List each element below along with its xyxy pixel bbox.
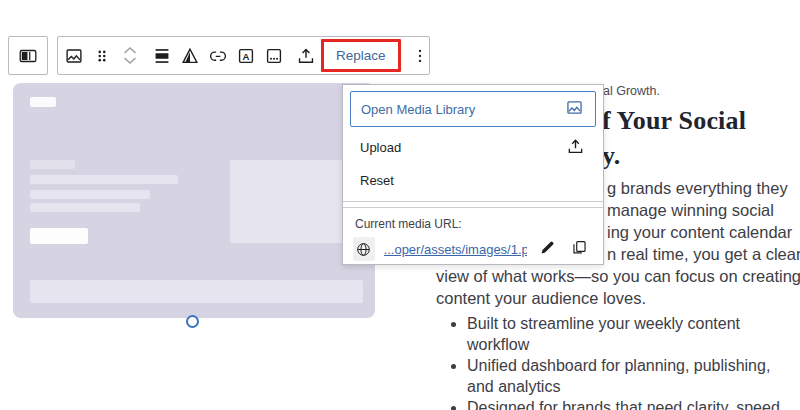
- annotation-highlight-box: Replace: [321, 39, 401, 72]
- replace-media-popover: Open Media Library Upload Reset Current …: [342, 84, 604, 265]
- image-block-button[interactable]: [60, 39, 88, 73]
- align-button[interactable]: [148, 39, 176, 73]
- paragraph-line-fragment[interactable]: ing your content calendar: [607, 223, 792, 242]
- upload-icon: [295, 45, 317, 67]
- bullet-item[interactable]: Designed for brands that need clarity, s…: [467, 397, 797, 410]
- svg-text:A: A: [243, 50, 250, 61]
- drag-handle-icon: [93, 47, 111, 65]
- skeleton-footer-bar: [30, 280, 363, 303]
- bullet-item[interactable]: Unified dashboard for planning, publishi…: [467, 355, 797, 397]
- image-block-placeholder[interactable]: [13, 83, 375, 318]
- skeleton-text-bar: [30, 175, 178, 184]
- image-block-icon: [63, 45, 85, 67]
- skeleton-button: [30, 228, 88, 244]
- open-media-library-label: Open Media Library: [361, 102, 475, 117]
- paragraph-line-fragment[interactable]: g brands everything they: [607, 179, 788, 198]
- move-up-down-buttons[interactable]: [116, 39, 144, 73]
- skeleton-label-bar: [30, 160, 75, 169]
- pencil-icon: [538, 238, 557, 260]
- heading-fragment[interactable]: f Your Social: [602, 106, 746, 136]
- reset-item-label: Reset: [360, 173, 394, 188]
- editor-canvas: A Replace: [0, 0, 800, 410]
- heading-fragment[interactable]: y.: [602, 141, 620, 171]
- replace-button[interactable]: Replace: [324, 42, 398, 69]
- open-media-library-item[interactable]: Open Media Library: [350, 91, 596, 127]
- media-url-link[interactable]: ...oper/assets/images/1.png: [384, 242, 527, 257]
- popover-divider: [343, 201, 603, 208]
- caption-button[interactable]: [260, 39, 288, 73]
- kicker-text-fragment[interactable]: al Growth.: [603, 84, 660, 98]
- upload-item[interactable]: Upload: [343, 131, 603, 164]
- skeleton-logo: [30, 97, 56, 107]
- block-toolbar: A Replace: [57, 36, 430, 75]
- options-button[interactable]: [406, 39, 434, 73]
- text-over-image-icon: A: [235, 45, 257, 67]
- caption-icon: [263, 45, 285, 67]
- upload-button[interactable]: [292, 39, 320, 73]
- paragraph-line-fragment[interactable]: manage winning social: [607, 201, 774, 220]
- drag-handle[interactable]: [88, 39, 116, 73]
- skeleton-text-bar: [30, 190, 150, 199]
- upload-item-label: Upload: [360, 140, 401, 155]
- copy-url-button[interactable]: [568, 236, 591, 262]
- edit-url-button[interactable]: [536, 236, 559, 262]
- copy-icon: [570, 238, 589, 260]
- bullet-item[interactable]: Built to streamline your weekly content …: [467, 313, 797, 355]
- skeleton-text-bar: [30, 203, 140, 212]
- current-media-url-row: ...oper/assets/images/1.png: [343, 234, 603, 262]
- move-up-icon[interactable]: [123, 46, 137, 55]
- globe-icon: [353, 237, 375, 261]
- link-button[interactable]: [204, 39, 232, 73]
- block-resize-handle[interactable]: [186, 315, 199, 328]
- align-icon: [151, 45, 173, 67]
- duotone-filter-icon: [179, 45, 201, 67]
- current-media-url-label: Current media URL:: [343, 208, 603, 234]
- media-text-block-button[interactable]: [14, 39, 42, 73]
- reset-item[interactable]: Reset: [343, 164, 603, 197]
- paragraph-line[interactable]: view of what works—so you can focus on c…: [436, 267, 800, 286]
- media-library-image-icon: [564, 97, 585, 121]
- text-over-image-button[interactable]: A: [232, 39, 260, 73]
- paragraph-line-fragment[interactable]: n real time, you get a clear: [607, 245, 800, 264]
- upload-icon: [565, 136, 586, 160]
- move-down-icon[interactable]: [123, 56, 137, 65]
- block-toolbar-parent-group: [8, 36, 48, 75]
- duotone-filter-button[interactable]: [176, 39, 204, 73]
- media-text-block-icon: [17, 45, 39, 67]
- kebab-menu-icon: [410, 46, 430, 66]
- paragraph-line[interactable]: content your audience loves.: [436, 289, 646, 308]
- link-icon: [207, 45, 229, 67]
- feature-bullet-list: Built to streamline your weekly content …: [441, 313, 797, 410]
